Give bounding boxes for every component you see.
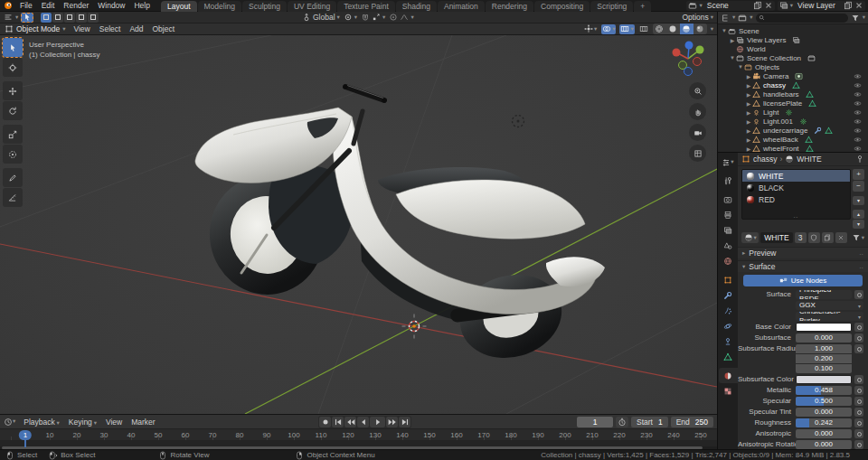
workspace-tab-sculpting[interactable]: Sculpting bbox=[242, 1, 287, 12]
properties-tab-scene[interactable] bbox=[719, 238, 738, 253]
outliner-row-chassy[interactable]: ▶chassy bbox=[718, 80, 868, 89]
expand-icon[interactable]: ▶ bbox=[729, 37, 736, 43]
editor-type-icon[interactable] bbox=[4, 13, 13, 22]
eye-icon[interactable] bbox=[854, 108, 862, 117]
nav-toggle-perspective-button[interactable] bbox=[689, 145, 706, 162]
properties-tab-object[interactable] bbox=[719, 272, 738, 287]
current-frame-field[interactable]: 1 bbox=[577, 417, 613, 427]
timeline-ruler[interactable]: 1 10203040506070809010011012013014015016… bbox=[0, 429, 717, 441]
outliner-row-undercarriage[interactable]: ▶undercarriage bbox=[718, 126, 868, 135]
playhead-line[interactable] bbox=[24, 440, 26, 447]
animate-dot-button[interactable] bbox=[854, 290, 863, 299]
properties-tab-physics[interactable] bbox=[719, 318, 738, 333]
expand-icon[interactable]: ▶ bbox=[745, 136, 752, 143]
show-overlays-button[interactable]: ▾ bbox=[601, 24, 616, 34]
select-mode-invert[interactable] bbox=[76, 13, 87, 23]
slider-field[interactable]: 0.000 bbox=[796, 333, 852, 343]
viewport-3d[interactable]: User Perspective (1) Collection | chassy bbox=[0, 35, 717, 414]
workspace-tab-texture-paint[interactable]: Texture Paint bbox=[337, 1, 395, 12]
expand-icon[interactable]: ▶ bbox=[745, 82, 752, 89]
collapse-icon[interactable]: ▼ bbox=[737, 64, 744, 70]
proportional-edit[interactable]: ▾ bbox=[389, 13, 413, 22]
outliner-item-label[interactable]: undercarriage bbox=[763, 127, 807, 135]
snap-toggle[interactable]: ▾ bbox=[361, 13, 385, 22]
view-layer-selector[interactable]: ▾ View Layer bbox=[778, 1, 865, 11]
select-mode-intersect[interactable] bbox=[88, 13, 99, 23]
outliner-row-scene-collection[interactable]: ▼Scene Collection bbox=[718, 53, 868, 62]
tool-select-box[interactable] bbox=[3, 38, 23, 57]
tool-rotate[interactable] bbox=[3, 101, 23, 120]
properties-tab-constraints[interactable] bbox=[719, 333, 738, 349]
expand-icon[interactable]: ▶ bbox=[745, 91, 752, 98]
field-dropdown-christensen-burley[interactable]: Christensen-Burley▾ bbox=[796, 312, 863, 321]
blender-logo-icon[interactable] bbox=[4, 1, 13, 10]
vector-value-field[interactable]: 1.000 bbox=[796, 344, 852, 353]
select-mode-subtract[interactable] bbox=[64, 13, 75, 23]
outliner-editor-icon[interactable] bbox=[721, 14, 730, 23]
properties-tab-modifiers[interactable] bbox=[719, 287, 738, 303]
slider-field[interactable]: 0.242 bbox=[796, 418, 852, 427]
scene-selector[interactable]: ▾ Scene bbox=[686, 1, 774, 11]
slider-field[interactable]: 0.000 bbox=[796, 429, 852, 438]
properties-tab-object-data[interactable] bbox=[719, 349, 738, 364]
close-icon[interactable] bbox=[854, 1, 863, 10]
material-name-field[interactable]: WHITE bbox=[760, 232, 792, 243]
shading-solid-button[interactable] bbox=[666, 23, 680, 34]
nav-zoom-button[interactable] bbox=[689, 82, 706, 99]
outliner-row-light[interactable]: ▶Light bbox=[718, 108, 868, 117]
fake-user-button[interactable] bbox=[808, 232, 820, 243]
tool-cursor[interactable] bbox=[3, 58, 23, 77]
outliner-row-licenseplate[interactable]: ▶licensePlate bbox=[718, 99, 868, 108]
workspace-tab-animation[interactable]: Animation bbox=[438, 1, 485, 12]
options-button[interactable]: Options▾ bbox=[682, 13, 713, 22]
animate-dot-button[interactable] bbox=[854, 386, 863, 395]
preview-panel-header[interactable]: ▸ Preview ‥ bbox=[738, 247, 868, 258]
move-slot-down-button[interactable]: ▾ bbox=[853, 220, 864, 229]
new-view-layer-icon[interactable] bbox=[844, 1, 853, 10]
active-tool-button[interactable] bbox=[21, 13, 33, 23]
unlink-material-button[interactable] bbox=[835, 232, 847, 243]
menu-help[interactable]: Help bbox=[129, 1, 154, 10]
workspace-tab-layout[interactable]: Layout bbox=[161, 1, 197, 12]
transform-orientation[interactable]: Global ▾ bbox=[302, 13, 340, 22]
menu-window[interactable]: Window bbox=[93, 1, 129, 10]
new-scene-icon[interactable] bbox=[753, 1, 762, 10]
outliner-item-label[interactable]: View Layers bbox=[747, 36, 786, 44]
color-swatch[interactable] bbox=[796, 375, 852, 384]
viewport-menu-view[interactable]: View bbox=[69, 24, 94, 33]
nav-camera-view-button[interactable] bbox=[689, 124, 706, 141]
expand-icon[interactable]: ▶ bbox=[745, 73, 752, 80]
filter-icon[interactable] bbox=[851, 14, 860, 23]
orientation-label[interactable]: Global bbox=[313, 13, 335, 22]
browse-material-button[interactable]: ▾ bbox=[741, 232, 759, 243]
xray-alt-button[interactable] bbox=[638, 24, 649, 34]
slider-field[interactable]: 0.000 bbox=[796, 440, 852, 449]
outliner-row-scene[interactable]: ▼Scene bbox=[718, 26, 868, 35]
light-object-marker[interactable] bbox=[513, 116, 524, 127]
animate-dot-button[interactable] bbox=[854, 323, 863, 332]
cursor-3d[interactable] bbox=[402, 314, 427, 339]
slider-field[interactable]: 0.000 bbox=[796, 408, 852, 417]
display-mode-icon[interactable] bbox=[738, 14, 747, 23]
outliner-item-label[interactable]: Scene Collection bbox=[747, 54, 801, 62]
collapse-icon[interactable]: ▼ bbox=[721, 28, 728, 33]
options-label[interactable]: Options bbox=[682, 13, 708, 22]
workspace-tab-rendering[interactable]: Rendering bbox=[486, 1, 533, 12]
tool-annotate[interactable] bbox=[3, 168, 23, 187]
timeline-menu-playback[interactable]: Playback ▾ bbox=[19, 418, 64, 427]
close-icon[interactable] bbox=[764, 1, 773, 10]
outliner-item-label[interactable]: wheelBack bbox=[763, 136, 798, 144]
workspace-tab-uv-editing[interactable]: UV Editing bbox=[288, 1, 336, 12]
outliner-item-label[interactable]: handlebars bbox=[763, 90, 799, 99]
surface-panel-header[interactable]: ▾ Surface ‥ bbox=[738, 260, 868, 272]
move-slot-up-button[interactable]: ▴ bbox=[853, 210, 864, 219]
collapse-icon[interactable]: ▼ bbox=[729, 55, 736, 61]
outliner-item-label[interactable]: licensePlate bbox=[763, 99, 802, 108]
outliner-item-label[interactable]: Scene bbox=[739, 27, 760, 35]
properties-tab-particles[interactable] bbox=[719, 303, 738, 318]
outliner-item-label[interactable]: Objects bbox=[755, 63, 779, 71]
nav-pan-button[interactable] bbox=[689, 103, 706, 120]
slider-field[interactable]: 0.458 bbox=[796, 386, 852, 395]
viewport-menu-object[interactable]: Object bbox=[148, 24, 180, 33]
users-count-button[interactable]: 3 bbox=[795, 232, 807, 243]
